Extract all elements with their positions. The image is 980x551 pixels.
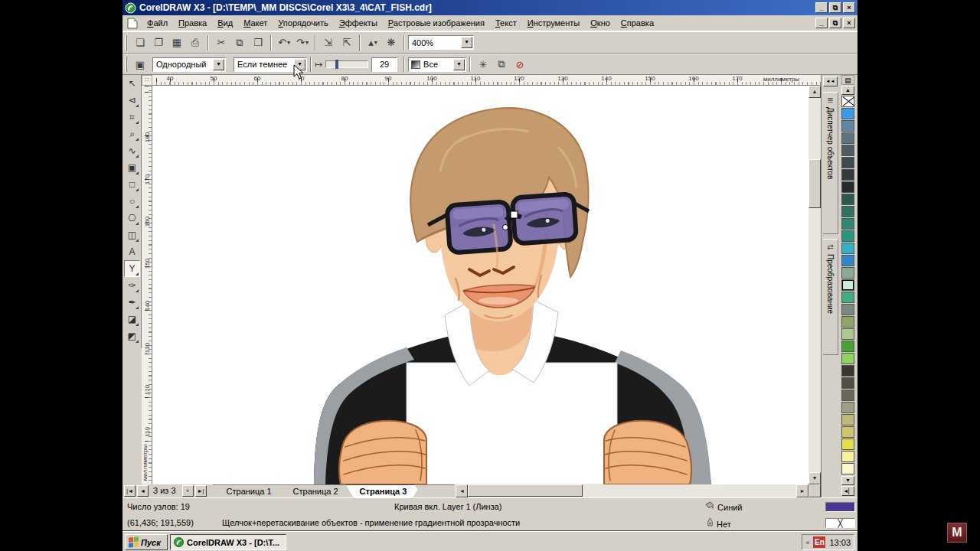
transparency-slider[interactable] [325,60,368,68]
menu-file[interactable]: Файл [142,16,173,30]
color-swatch[interactable] [841,402,854,413]
docker-tab-object-manager[interactable]: ≣ Диспетчер объектов [823,92,838,234]
text-tool[interactable]: A [124,243,140,260]
menu-arrange[interactable]: Упорядочить [273,16,333,30]
copy-transparency-button[interactable]: ⧉ [492,55,511,73]
color-swatch[interactable] [841,120,854,132]
docker-tab-transformation[interactable]: ⇄ Преобразование [823,239,838,355]
color-swatch[interactable] [841,145,854,156]
redo-button[interactable]: ↷▾ [293,34,312,52]
paste-button[interactable]: ❒ [249,34,267,52]
dropdown-arrow-icon[interactable]: ▾ [374,39,377,46]
horizontal-scroll-thumb[interactable] [468,484,583,497]
menu-bitmaps[interactable]: Растровые изображения [383,16,490,30]
save-button[interactable]: ▦ [168,34,186,52]
chevron-down-icon[interactable]: ▾ [461,37,472,48]
eyedropper-tool[interactable]: ✑ [124,277,140,294]
color-swatch[interactable] [841,328,854,340]
zoom-tool[interactable]: ⌕ [124,126,140,142]
flyout-arrow-icon[interactable] [136,104,139,107]
import-button[interactable]: ⇲ [319,34,338,52]
open-button[interactable]: ❐ [149,34,168,52]
color-swatch[interactable] [841,451,854,462]
restore-button[interactable]: ⧉ [829,2,841,13]
flyout-arrow-icon[interactable] [136,205,139,208]
menu-view[interactable]: Вид [212,16,238,30]
flyout-arrow-icon[interactable] [136,155,139,158]
menu-edit[interactable]: Правка [173,16,212,30]
collapse-dockers-button[interactable]: ◄◄ [823,77,838,86]
color-swatch[interactable] [841,169,854,181]
color-swatch[interactable] [841,132,854,144]
dropdown-arrow-icon[interactable]: ▾ [287,39,290,46]
menu-effects[interactable]: Эффекты [334,16,383,30]
interactive-fill-tool[interactable]: ◩ [124,328,140,344]
scroll-right-button[interactable]: ► [796,484,808,497]
edit-transparency-button[interactable]: ▣ [131,55,149,73]
color-swatch[interactable] [841,292,854,303]
interactive-transparency-tool[interactable]: Y [124,260,140,277]
start-button[interactable]: Пуск [125,534,168,550]
transparency-type-combo[interactable]: Однородный ▾ [152,57,226,72]
page-tab-3[interactable]: Страница 3 [346,484,421,497]
flyout-arrow-icon[interactable] [136,188,139,191]
flyout-arrow-icon[interactable] [136,121,139,124]
ellipse-tool[interactable]: ○ [124,193,140,210]
close-button[interactable]: × [843,2,855,13]
vertical-scrollbar[interactable]: ▲ ▼ [808,86,821,484]
canvas[interactable] [152,86,808,484]
outline-tool[interactable]: ✒ [124,294,140,311]
color-swatch[interactable] [841,341,854,352]
last-page-button[interactable]: ►| [195,485,207,497]
menu-tools[interactable]: Инструменты [522,16,586,30]
transparency-target-combo[interactable]: Все ▾ [408,57,466,72]
smart-fill-tool[interactable]: ▣ [124,159,140,176]
menu-window[interactable]: Окно [585,16,616,30]
basic-shapes-tool[interactable]: ◫ [124,227,140,243]
slider-thumb[interactable] [335,60,338,69]
corel-online-button[interactable]: ❋ [382,34,400,52]
color-swatch[interactable] [841,267,854,279]
menu-text[interactable]: Текст [490,16,522,30]
flyout-arrow-icon[interactable] [136,171,139,174]
fill-tool[interactable]: ◪ [124,311,140,328]
first-page-button[interactable]: |◄ [124,485,136,497]
minimize-button[interactable]: _ [815,2,828,13]
horizontal-scrollbar[interactable]: ◄ ► [456,484,821,497]
language-indicator[interactable]: En [813,536,825,548]
freeze-transparency-button[interactable]: ✳ [474,55,492,73]
color-swatch[interactable] [841,353,854,364]
print-button[interactable]: ⎙ [186,34,204,52]
color-swatch[interactable] [841,463,854,474]
flyout-arrow-icon[interactable] [136,340,139,343]
color-swatch[interactable] [841,316,854,328]
menu-layout[interactable]: Макет [238,16,273,30]
color-swatch[interactable] [841,218,854,230]
freehand-tool[interactable]: ∿ [124,142,140,159]
zoom-level-combo[interactable]: 400% ▾ [408,35,474,50]
color-swatch[interactable] [841,194,854,205]
palette-menu-icon[interactable]: ▤ [841,75,854,85]
color-swatch[interactable] [841,230,854,242]
add-page-button[interactable]: + [182,485,194,497]
flyout-arrow-icon[interactable] [136,222,139,225]
crop-tool[interactable]: ⌗ [124,109,140,126]
new-document-button[interactable]: ❏ [131,34,149,52]
flyout-arrow-icon[interactable] [136,239,139,242]
export-button[interactable]: ⇱ [338,34,356,52]
flyout-arrow-icon[interactable] [136,272,139,276]
transparency-value-input[interactable]: 29 [371,57,397,72]
no-color-swatch[interactable] [841,96,854,107]
tray-collapse-icon[interactable]: « [805,539,809,546]
vertical-scroll-thumb[interactable] [808,159,821,208]
palette-scroll-down-button[interactable]: ▼ [841,476,854,485]
color-swatch[interactable] [841,439,854,450]
color-swatch[interactable] [841,426,854,438]
scroll-down-button[interactable]: ▼ [808,472,821,484]
dropdown-arrow-icon[interactable]: ▾ [305,39,309,46]
prev-page-button[interactable]: ◄ [137,485,149,497]
title-bar[interactable]: CorelDRAW X3 - [D:\TEMP\_MM DISCS\Corel … [122,0,858,15]
scroll-up-button[interactable]: ▲ [808,86,821,98]
mdi-restore-button[interactable]: ⧉ [829,18,841,28]
taskbar-coreldraw-button[interactable]: CorelDRAW X3 - [D:\T... [170,534,286,550]
